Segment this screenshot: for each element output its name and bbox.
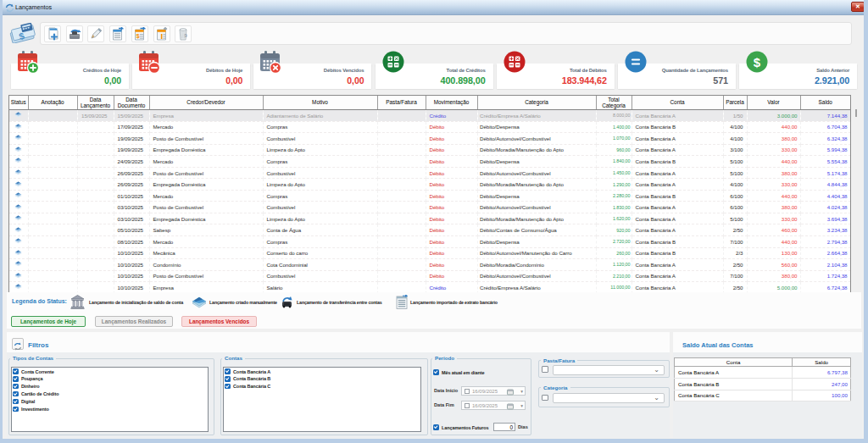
svg-text:$: $: [754, 55, 761, 69]
svg-text:9: 9: [185, 33, 188, 38]
